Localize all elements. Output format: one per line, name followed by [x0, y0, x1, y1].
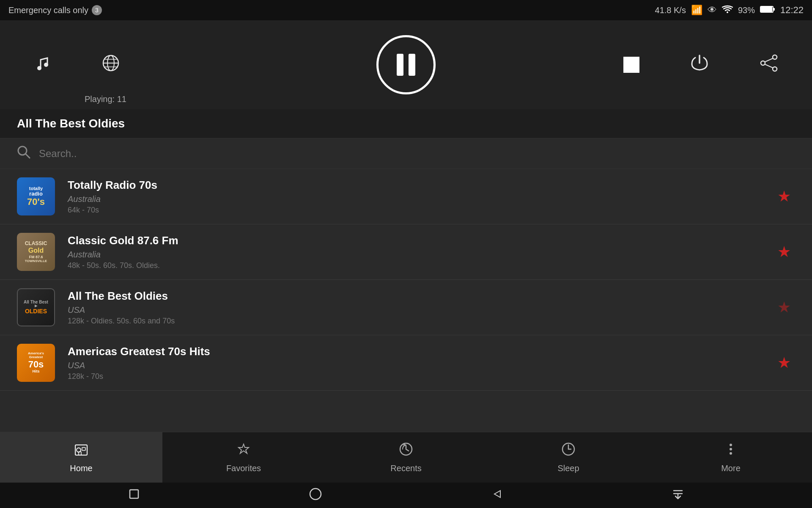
- search-input[interactable]: [39, 148, 795, 160]
- station-name: All The Best Oldies: [68, 290, 773, 303]
- nav-label-favorites: Favorites: [226, 464, 261, 473]
- station-item[interactable]: CLASSIC Gold FM 87.6 TOWNSVILLE Classic …: [0, 224, 812, 280]
- pause-icon: [397, 54, 415, 76]
- station-list: totally radio 70's Totally Radio 70s Aus…: [0, 169, 812, 432]
- svg-rect-30: [130, 490, 138, 498]
- share-button[interactable]: [760, 54, 778, 76]
- nav-label-more: More: [721, 464, 741, 473]
- android-home-button[interactable]: [309, 488, 322, 503]
- station-info: Americas Greatest 70s Hits USA 128k - 70…: [68, 345, 773, 381]
- svg-point-5: [44, 63, 48, 67]
- station-item[interactable]: totally radio 70's Totally Radio 70s Aus…: [0, 169, 812, 224]
- svg-point-11: [773, 55, 777, 59]
- station-country: Australia: [68, 250, 773, 260]
- home-icon: [74, 442, 89, 460]
- clock: 12:22: [780, 5, 804, 16]
- player-area: Playing: 11: [0, 20, 812, 109]
- station-info: Classic Gold 87.6 Fm Australia 48k - 50s…: [68, 234, 773, 270]
- station-name: Classic Gold 87.6 Fm: [68, 234, 773, 247]
- android-back-button[interactable]: [491, 488, 503, 502]
- favorites-icon: [236, 442, 251, 460]
- svg-line-15: [765, 64, 773, 68]
- svg-rect-21: [82, 447, 85, 450]
- station-logo: All The Best ▶ OLDIES: [17, 288, 55, 326]
- station-logo: totally radio 70's: [17, 177, 55, 215]
- eye-icon: 👁: [708, 5, 717, 16]
- nav-item-more[interactable]: More: [650, 432, 812, 483]
- nav-item-home[interactable]: Home: [0, 432, 162, 483]
- content-area: Playing: 11 All The Best Oldies totally …: [0, 20, 812, 432]
- station-meta: 128k - 70s: [68, 372, 773, 381]
- status-bar: Emergency calls only 3 41.8 K/s 📶 👁 93%: [0, 0, 812, 20]
- wifi-icon: [722, 5, 733, 16]
- svg-point-27: [730, 444, 732, 446]
- station-country: USA: [68, 361, 773, 370]
- sleep-icon: [561, 442, 576, 460]
- globe-icon[interactable]: [102, 54, 120, 76]
- more-icon: [723, 442, 738, 460]
- favorite-button[interactable]: ★: [773, 183, 795, 210]
- search-bar: [0, 138, 812, 169]
- nav-label-recents: Recents: [390, 464, 421, 473]
- station-item[interactable]: America's Greatest 70s Hits Americas Gre…: [0, 335, 812, 391]
- favorite-button[interactable]: ★: [773, 294, 795, 320]
- station-meta: 128k - Oldies. 50s. 60s and 70s: [68, 317, 773, 326]
- station-meta: 48k - 50s. 60s. 70s. Oldies.: [68, 261, 773, 270]
- favorite-button[interactable]: ★: [773, 239, 795, 265]
- player-controls: [0, 31, 812, 99]
- station-country: Australia: [68, 194, 773, 204]
- svg-rect-2: [773, 8, 775, 11]
- station-info: Totally Radio 70s Australia 64k - 70s: [68, 179, 773, 215]
- favorite-button[interactable]: ★: [773, 350, 795, 376]
- svg-rect-3: [761, 7, 772, 12]
- station-info: All The Best Oldies USA 128k - Oldies. 5…: [68, 290, 773, 326]
- nav-item-recents[interactable]: Recents: [325, 432, 487, 483]
- bottom-nav: Home Favorites Recents: [0, 432, 812, 483]
- power-button[interactable]: [690, 54, 709, 76]
- svg-point-31: [310, 489, 321, 500]
- recents-icon: [398, 442, 414, 460]
- svg-point-12: [773, 67, 777, 71]
- station-name: Americas Greatest 70s Hits: [68, 345, 773, 358]
- svg-point-28: [730, 448, 732, 450]
- emergency-text: Emergency calls only: [8, 6, 88, 15]
- playing-label: Playing: 11: [85, 94, 126, 104]
- nav-label-sleep: Sleep: [557, 464, 579, 473]
- notification-badge: 3: [92, 5, 102, 15]
- status-left: Emergency calls only 3: [8, 5, 102, 15]
- station-title-bar: All The Best Oldies: [0, 109, 812, 138]
- svg-point-13: [761, 61, 765, 65]
- player-left-controls: [34, 54, 120, 76]
- station-meta: 64k - 70s: [68, 206, 773, 215]
- status-right: 41.8 K/s 📶 👁 93% 12:22: [655, 5, 804, 16]
- station-logo: America's Greatest 70s Hits: [17, 344, 55, 382]
- android-recent-apps-button[interactable]: [128, 488, 140, 502]
- android-nav: [0, 483, 812, 508]
- battery-icon: [760, 5, 775, 16]
- pause-button[interactable]: [376, 35, 436, 94]
- nav-item-sleep[interactable]: Sleep: [487, 432, 650, 483]
- network-speed: 41.8 K/s: [655, 6, 686, 15]
- now-playing-title: All The Best Oldies: [17, 117, 795, 130]
- android-down-button[interactable]: [672, 488, 684, 502]
- station-country: USA: [68, 305, 773, 315]
- battery-text: 93%: [738, 6, 755, 15]
- stop-button[interactable]: [623, 57, 639, 73]
- station-name: Totally Radio 70s: [68, 179, 773, 192]
- music-icon[interactable]: [34, 55, 51, 75]
- svg-point-0: [727, 11, 728, 13]
- svg-line-17: [26, 154, 30, 158]
- bluetooth-icon: 📶: [691, 5, 702, 16]
- svg-point-4: [37, 66, 41, 70]
- svg-marker-32: [494, 491, 500, 497]
- svg-point-29: [730, 452, 732, 455]
- search-icon: [17, 145, 30, 162]
- nav-item-favorites[interactable]: Favorites: [162, 432, 325, 483]
- station-logo: CLASSIC Gold FM 87.6 TOWNSVILLE: [17, 233, 55, 271]
- svg-line-14: [765, 58, 773, 62]
- player-right-controls: [623, 54, 778, 76]
- nav-label-home: Home: [70, 464, 92, 473]
- station-item[interactable]: All The Best ▶ OLDIES All The Best Oldie…: [0, 280, 812, 335]
